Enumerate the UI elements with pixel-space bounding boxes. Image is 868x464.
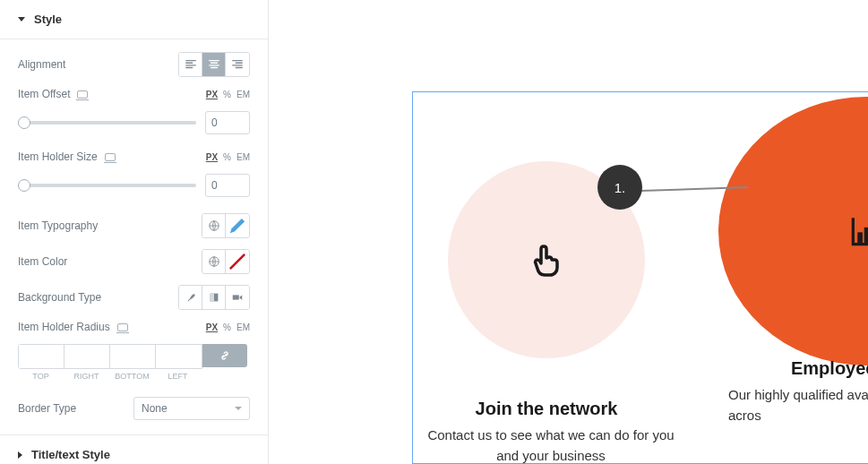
unit-em[interactable]: EM <box>236 152 250 162</box>
radius-bottom-input[interactable] <box>110 345 156 368</box>
svg-line-2 <box>230 254 245 269</box>
border-type-value: None <box>142 402 168 415</box>
align-right-button[interactable] <box>226 53 249 76</box>
units-selector[interactable]: PX % EM <box>206 152 250 162</box>
item-offset-label: Item Offset <box>18 88 88 100</box>
unit-px[interactable]: PX <box>206 322 218 332</box>
step-number-badge: 1. <box>597 165 642 210</box>
bar-chart-icon <box>847 211 868 251</box>
background-type-label: Background Type <box>18 291 101 304</box>
alignment-label: Alignment <box>18 58 65 71</box>
device-icon[interactable] <box>105 153 116 161</box>
gradient-icon <box>208 291 220 304</box>
item-holder-size-input[interactable] <box>205 174 250 197</box>
section-toggle-title-text[interactable]: Title/text Style <box>0 434 268 464</box>
brush-icon <box>185 291 197 304</box>
radius-top-input[interactable] <box>19 345 64 368</box>
globe-icon <box>208 219 220 232</box>
svg-rect-4 <box>210 294 213 302</box>
radius-right-input[interactable] <box>64 345 110 368</box>
typography-globe-button[interactable] <box>202 214 226 237</box>
item-offset-input[interactable] <box>205 111 250 134</box>
align-center-button[interactable] <box>202 53 226 76</box>
item-holder-size-label: Item Holder Size <box>18 150 116 163</box>
radius-dimensions <box>18 344 202 369</box>
dim-label-left: LEFT <box>155 372 201 381</box>
align-left-button[interactable] <box>179 53 202 76</box>
no-color-icon <box>226 250 249 273</box>
bg-classic-button[interactable] <box>179 286 202 309</box>
card1-description: Contact us to see what we can do for you… <box>417 425 685 464</box>
typography-edit-button[interactable] <box>226 214 249 237</box>
device-icon[interactable] <box>117 323 128 331</box>
chevron-down-icon <box>235 407 242 410</box>
sidebar-panel: Style Alignment Item Offset PX % <box>0 0 269 464</box>
dim-label-top: TOP <box>18 372 64 381</box>
align-left-icon <box>185 58 197 71</box>
card2-title: Employee <box>791 358 868 379</box>
svg-rect-6 <box>858 233 863 243</box>
border-type-label: Border Type <box>18 402 76 415</box>
link-icon <box>219 349 231 362</box>
item-offset-slider[interactable] <box>18 121 196 125</box>
unit-pct[interactable]: % <box>223 322 231 332</box>
caret-right-icon <box>18 451 22 459</box>
bg-gradient-button[interactable] <box>202 286 226 309</box>
unit-px[interactable]: PX <box>206 90 218 99</box>
unit-px[interactable]: PX <box>206 152 218 162</box>
style-controls: Alignment Item Offset PX % EM <box>0 39 268 431</box>
svg-rect-7 <box>864 228 868 243</box>
section-title: Title/text Style <box>31 448 110 461</box>
item-typography-label: Item Typography <box>18 219 98 232</box>
border-type-select[interactable]: None <box>133 397 250 420</box>
item-holder-radius-label: Item Holder Radius <box>18 321 128 333</box>
radius-left-input[interactable] <box>156 345 202 368</box>
align-center-icon <box>208 58 220 71</box>
item-holder-size-slider[interactable] <box>18 184 196 187</box>
units-selector[interactable]: PX % EM <box>206 322 250 332</box>
device-icon[interactable] <box>77 90 88 99</box>
link-values-button[interactable] <box>202 344 247 367</box>
section-title: Style <box>34 13 62 26</box>
caret-down-icon <box>18 17 25 21</box>
units-selector[interactable]: PX % EM <box>206 90 250 99</box>
card2-description: Our highly qualified available 24/7, acr… <box>728 385 868 425</box>
preview-canvas: 1. Join the network Contact us to see wh… <box>269 0 868 464</box>
unit-em[interactable]: EM <box>236 322 250 332</box>
globe-icon <box>208 255 220 268</box>
unit-em[interactable]: EM <box>236 90 250 99</box>
badge-text: 1. <box>614 180 626 195</box>
svg-rect-5 <box>233 295 239 299</box>
slider-thumb[interactable] <box>18 116 30 129</box>
pencil-icon <box>226 214 249 237</box>
hand-pointer-icon <box>525 238 568 281</box>
dim-label-right: RIGHT <box>64 372 109 381</box>
unit-pct[interactable]: % <box>223 90 231 99</box>
video-icon <box>231 291 244 304</box>
color-swatch-button[interactable] <box>226 250 249 273</box>
item-color-label: Item Color <box>18 255 67 268</box>
alignment-buttons <box>178 52 250 77</box>
section-toggle-style[interactable]: Style <box>0 0 268 39</box>
dim-label-bottom: BOTTOM <box>109 372 155 381</box>
card1-title: Join the network <box>448 399 645 419</box>
bg-video-button[interactable] <box>226 286 249 309</box>
align-right-icon <box>231 58 244 71</box>
unit-pct[interactable]: % <box>223 152 231 162</box>
color-globe-button[interactable] <box>202 250 226 273</box>
slider-thumb[interactable] <box>18 179 30 192</box>
